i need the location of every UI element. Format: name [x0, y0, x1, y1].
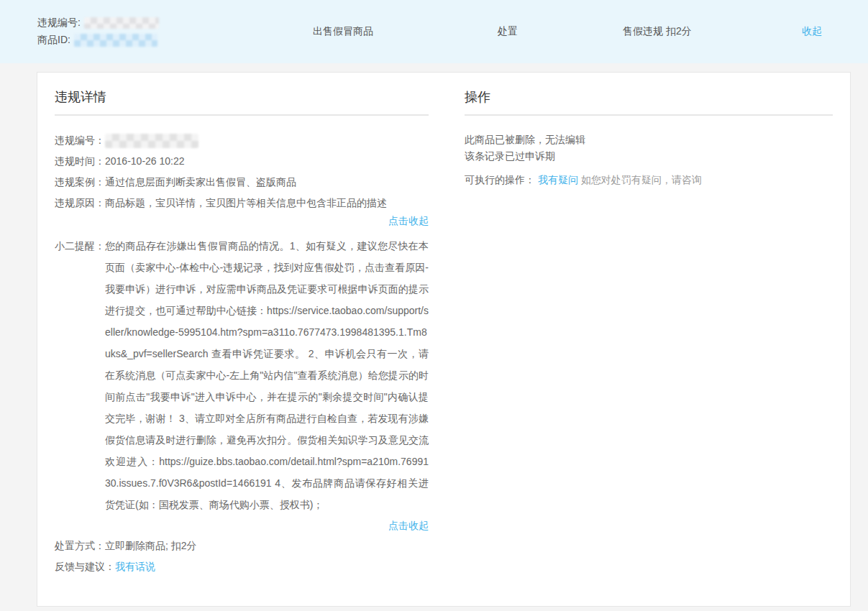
detail-disposal-label: 处置方式：	[55, 538, 105, 553]
product-id-redacted-link[interactable]	[74, 34, 157, 47]
detail-case-label: 违规案例：	[55, 175, 105, 190]
detail-section-title: 违规详情	[55, 86, 429, 116]
detail-disposal-row: 处置方式： 立即删除商品; 扣2分	[55, 538, 429, 553]
detail-feedback-row: 反馈与建议： 我有话说	[55, 559, 429, 574]
detail-disposal-value: 立即删除商品; 扣2分	[105, 538, 429, 553]
detail-time-label: 违规时间：	[55, 154, 105, 169]
record-id-block: 违规编号: 商品ID:	[37, 14, 159, 49]
detail-violation-number-redacted	[105, 134, 198, 148]
detail-reason-row: 违规原因： 商品标题，宝贝详情，宝贝图片等相关信息中包含非正品的描述	[55, 196, 429, 211]
product-id-row: 商品ID:	[37, 32, 159, 49]
feedback-link[interactable]: 我有话说	[115, 561, 155, 572]
detail-section: 违规详情 违规编号： 违规时间： 2016-10-26 10:22 违规案例： …	[55, 86, 429, 606]
operation-section-title: 操作	[465, 86, 833, 116]
detail-time-value: 2016-10-26 10:22	[105, 154, 429, 169]
operation-status-line-appeal: 该条记录已过申诉期	[465, 148, 833, 165]
column-gap	[429, 86, 465, 606]
penalty-points: 售假违规 扣2分	[623, 25, 692, 38]
violation-number-redacted-value	[84, 17, 159, 29]
operation-action-hint: 如您对处罚有疑问，请咨询	[581, 174, 702, 185]
detail-violation-number-label: 违规编号：	[55, 133, 105, 148]
have-question-link[interactable]: 我有疑问	[538, 174, 578, 185]
detail-reason-label: 违规原因：	[55, 196, 105, 211]
detail-reason-value: 商品标题，宝贝详情，宝贝图片等相关信息中包含非正品的描述	[105, 196, 429, 211]
operation-action-label: 可执行的操作：	[465, 174, 535, 185]
detail-feedback-label: 反馈与建议：	[55, 559, 115, 574]
detail-reminder-label: 小二提醒：	[55, 235, 105, 515]
operation-section: 操作 此商品已被删除，无法编辑 该条记录已过申诉期 可执行的操作： 我有疑问 如…	[465, 86, 833, 606]
reason-collapse-link[interactable]: 点击收起	[388, 215, 429, 226]
detail-reminder-row: 小二提醒： 您的商品存在涉嫌出售假冒商品的情况。1、如有疑义，建议您尽快在本页面…	[55, 235, 429, 515]
reminder-collapse-link[interactable]: 点击收起	[388, 520, 429, 531]
reminder-collapse-row: 点击收起	[55, 520, 429, 533]
detail-time-row: 违规时间： 2016-10-26 10:22	[55, 154, 429, 169]
operation-status-line-deleted: 此商品已被删除，无法编辑	[465, 132, 833, 148]
operation-action-row: 可执行的操作： 我有疑问 如您对处罚有疑问，请咨询	[465, 174, 833, 187]
detail-violation-number-row: 违规编号：	[55, 133, 429, 148]
reason-collapse-row: 点击收起	[55, 215, 429, 228]
violation-number-row: 违规编号:	[37, 14, 159, 32]
detail-reminder-text: 您的商品存在涉嫌出售假冒商品的情况。1、如有疑义，建议您尽快在本页面（卖家中心-…	[105, 235, 429, 515]
collapse-record-link[interactable]: 收起	[802, 25, 822, 38]
violation-record-header: 违规编号: 商品ID: 出售假冒商品 处置 售假违规 扣2分 收起	[0, 0, 868, 63]
violation-type: 出售假冒商品	[313, 25, 373, 38]
violation-number-label: 违规编号:	[37, 17, 81, 29]
detail-case-row: 违规案例： 通过信息层面判断卖家出售假冒、盗版商品	[55, 175, 429, 190]
detail-case-value: 通过信息层面判断卖家出售假冒、盗版商品	[105, 175, 429, 190]
operation-status-lines: 此商品已被删除，无法编辑 该条记录已过申诉期	[465, 132, 833, 165]
product-id-label: 商品ID:	[37, 34, 70, 47]
violation-detail-panel: 违规详情 违规编号： 违规时间： 2016-10-26 10:22 违规案例： …	[37, 72, 851, 607]
disposal-column: 处置	[498, 25, 518, 38]
